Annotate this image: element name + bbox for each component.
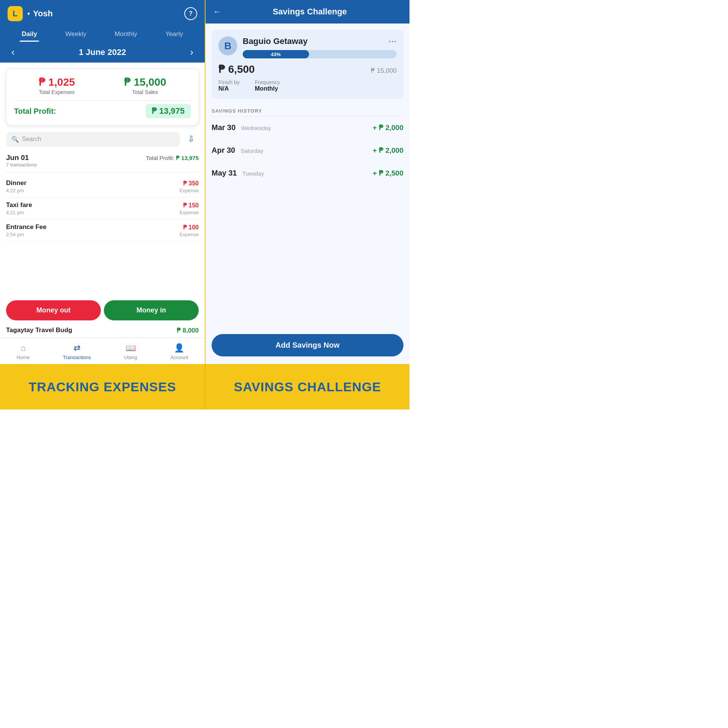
prev-date-arrow[interactable]: ‹: [8, 46, 19, 58]
user-name: Yosh: [33, 9, 53, 19]
add-savings-button[interactable]: Add Savings Now: [212, 334, 403, 356]
history-item-apr30[interactable]: Apr 30 Saturday + ₱ 2,000: [212, 139, 403, 162]
finish-by-col: Finish by N/A: [218, 79, 240, 92]
tx-amount-dinner: ₱ 350: [179, 180, 199, 187]
history-day-mar30: Wednesday: [241, 125, 271, 131]
date-group-header: Jun 01 7 transactions Total Profit: ₱ 13…: [6, 150, 199, 169]
tab-daily[interactable]: Daily: [17, 27, 42, 42]
progress-label: 43%: [271, 52, 281, 57]
tx-amount-entrance: ₱ 100: [179, 224, 199, 231]
group-count: 7 transactions: [6, 162, 37, 168]
back-button[interactable]: ←: [213, 7, 221, 17]
group-profit: Total Profit: ₱ 13,975: [146, 155, 199, 162]
history-item-mar30[interactable]: Mar 30 Wednesday + ₱ 2,000: [212, 116, 403, 139]
search-input[interactable]: Search: [22, 136, 174, 143]
tx-name-taxi: Taxi fare: [6, 201, 32, 209]
tab-row: Daily Weekly Monthly Yearly: [8, 27, 197, 42]
nav-transactions[interactable]: ⇄ Transactions: [57, 342, 97, 362]
account-icon: 👤: [174, 343, 184, 353]
finish-by-value: N/A: [218, 85, 240, 92]
summary-card: ₱ 1,025 Total Expenses ₱ 15,000 Total Sa…: [6, 69, 199, 126]
total-expenses-amount: ₱ 1,025: [39, 76, 75, 88]
right-panel: ← Savings Challenge B Baguio Getaway ⋯ 4…: [205, 0, 410, 364]
right-panel-title: Savings Challenge: [226, 7, 394, 17]
help-icon[interactable]: ?: [184, 7, 197, 20]
bottom-nav: ⌂ Home ⇄ Transactions 📖 Utang 👤 Account: [0, 337, 205, 364]
banner-savings-label: SAVINGS: [234, 380, 294, 394]
left-panel: L ▾ Yosh ? Daily Weekly Monthly Yearly ‹…: [0, 0, 205, 364]
tx-time-taxi: 4:21 pm: [6, 210, 32, 215]
add-savings-area: Add Savings Now: [206, 326, 410, 364]
nav-utang-label: Utang: [124, 355, 137, 360]
tx-type-dinner: Expense: [179, 188, 199, 193]
search-row: 🔍 Search ⇩: [6, 132, 199, 147]
challenge-info: Baguio Getaway ⋯ 43%: [243, 36, 397, 61]
app-logo: L: [8, 6, 23, 21]
group-date: Jun 01: [6, 154, 29, 162]
challenge-current-amount: ₱ 6,500: [218, 63, 255, 75]
tx-type-entrance: Expense: [179, 232, 199, 237]
banner-tracking-label: TRACKING: [28, 380, 104, 394]
transaction-item-dinner[interactable]: Dinner 4:22 pm ₱ 350 Expense: [6, 176, 199, 198]
nav-account[interactable]: 👤 Account: [164, 342, 194, 362]
transaction-item-entrance[interactable]: Entrance Fee 2:54 pm ₱ 100 Expense: [6, 220, 199, 242]
banner-left: TRACKING EXPENSES: [0, 364, 205, 410]
nav-transactions-label: Transactions: [63, 355, 91, 360]
total-sales-label: Total Sales: [124, 89, 166, 95]
banner-challenge-label: CHALLENGE: [293, 380, 381, 394]
money-in-button[interactable]: Money in: [104, 300, 199, 320]
history-item-may31[interactable]: May 31 Tuesday + ₱ 2,500: [212, 162, 403, 185]
total-expenses-col: ₱ 1,025 Total Expenses: [39, 76, 75, 95]
tab-weekly[interactable]: Weekly: [61, 27, 91, 42]
savings-history-section: SAVINGS HISTORY Mar 30 Wednesday + ₱ 2,0…: [206, 105, 410, 185]
challenge-name: Baguio Getaway: [243, 36, 308, 46]
money-buttons-row: Money out Money in: [0, 297, 205, 323]
history-date-mar30: Mar 30: [212, 123, 235, 132]
search-box[interactable]: 🔍 Search: [6, 132, 180, 147]
history-day-may31: Tuesday: [242, 170, 264, 177]
transaction-item-taxi[interactable]: Taxi fare 4:21 pm ₱ 150 Expense: [6, 198, 199, 220]
left-header: L ▾ Yosh ? Daily Weekly Monthly Yearly: [0, 0, 205, 42]
history-amount-may31: + ₱ 2,500: [373, 169, 403, 177]
history-date-apr30: Apr 30: [212, 146, 235, 154]
download-button[interactable]: ⇩: [184, 132, 199, 147]
nav-utang[interactable]: 📖 Utang: [118, 342, 143, 362]
total-sales-col: ₱ 15,000 Total Sales: [124, 76, 166, 95]
date-group-left: Jun 01 7 transactions: [6, 154, 37, 168]
frequency-value: Monthly: [255, 85, 280, 92]
tab-monthly[interactable]: Monthly: [110, 27, 142, 42]
history-day-apr30: Saturday: [241, 147, 264, 154]
transactions-area: Jun 01 7 transactions Total Profit: ₱ 13…: [0, 150, 205, 297]
challenge-card: B Baguio Getaway ⋯ 43% ₱ 6,500 ₱ 15,000: [212, 30, 403, 99]
banner-right: SAVINGS CHALLENGE: [205, 364, 410, 410]
bottom-banner: TRACKING EXPENSES SAVINGS CHALLENGE: [0, 364, 410, 410]
tx-amount-taxi: ₱ 150: [179, 202, 199, 209]
tx-name-entrance: Entrance Fee: [6, 223, 47, 231]
progress-bar-fill: 43%: [243, 50, 309, 58]
total-sales-amount: ₱ 15,000: [124, 76, 166, 88]
group-profit-amount: ₱ 13,975: [176, 155, 199, 161]
profit-row: Total Profit: ₱ 13,975: [14, 104, 191, 118]
nav-account-label: Account: [170, 355, 188, 360]
profit-amount: ₱ 13,975: [146, 104, 191, 118]
tx-time-dinner: 4:22 pm: [6, 188, 27, 193]
money-out-button[interactable]: Money out: [6, 300, 101, 320]
next-date-arrow[interactable]: ›: [186, 46, 197, 58]
profit-label: Total Profit:: [14, 107, 56, 116]
challenge-amounts: ₱ 6,500 ₱ 15,000: [218, 63, 397, 75]
date-nav: ‹ 1 June 2022 ›: [0, 42, 205, 63]
history-date-may31: May 31: [212, 169, 237, 177]
nav-home-label: Home: [17, 355, 30, 360]
nav-home[interactable]: ⌂ Home: [11, 342, 36, 362]
savings-history-label: SAVINGS HISTORY: [212, 108, 403, 114]
finish-by-label: Finish by: [218, 79, 240, 85]
current-date: 1 June 2022: [79, 47, 126, 57]
partial-transaction[interactable]: Tagaytay Travel Budg ₱ 8,000: [0, 323, 205, 337]
challenge-target-amount: ₱ 15,000: [371, 67, 397, 75]
tab-yearly[interactable]: Yearly: [161, 27, 188, 42]
partial-tx-name: Tagaytay Travel Budg: [6, 326, 72, 334]
logo-area: L ▾ Yosh: [8, 6, 53, 21]
challenge-menu-icon[interactable]: ⋯: [388, 36, 397, 46]
utang-icon: 📖: [126, 343, 136, 353]
tx-type-taxi: Expense: [179, 210, 199, 215]
